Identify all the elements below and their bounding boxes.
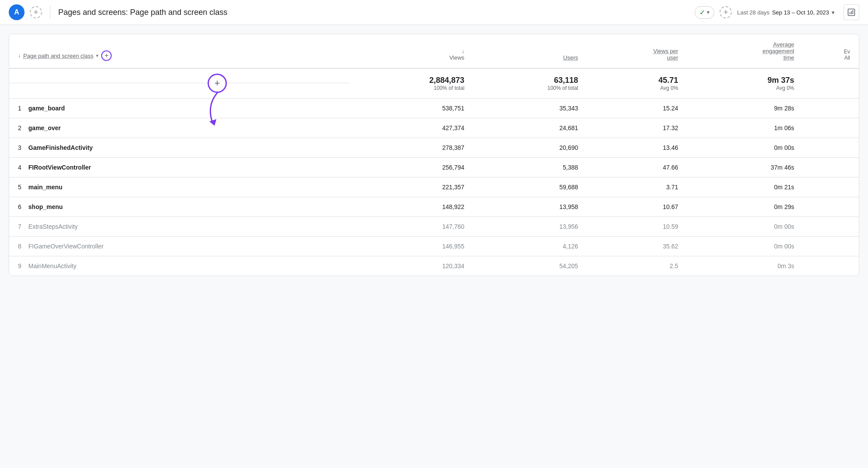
row-name-cell: 4 FIRootViewController bbox=[9, 158, 349, 177]
summary-views-sub: 100% of total bbox=[358, 85, 464, 91]
views-sort-icon: ↓ bbox=[462, 48, 464, 54]
summary-avg-sub: Avg 0% bbox=[696, 85, 794, 91]
row-views: 278,387 bbox=[349, 138, 473, 158]
row-rank: 3 bbox=[18, 144, 21, 151]
row-name-cell: 9 MainMenuActivity bbox=[9, 256, 349, 276]
report-icon-button[interactable] bbox=[843, 4, 859, 20]
row-label: shop_menu bbox=[28, 203, 63, 210]
row-users: 54,205 bbox=[473, 256, 587, 276]
table-row: 7 ExtraStepsActivity 147,760 13,956 10.5… bbox=[9, 217, 859, 237]
row-users: 13,958 bbox=[473, 197, 587, 217]
page-title: Pages and screens: Page path and screen … bbox=[58, 8, 689, 17]
table-row: 5 main_menu 221,357 59,688 3.71 0m 21s bbox=[9, 177, 859, 197]
row-vpu: 10.59 bbox=[587, 217, 687, 237]
summary-views-value: 2,884,873 bbox=[358, 76, 464, 85]
row-ev bbox=[803, 217, 859, 237]
row-rank: 9 bbox=[18, 262, 21, 269]
summary-users-value: 63,118 bbox=[482, 76, 578, 85]
main-content: + ↓ Page path and screen class ▾ + bbox=[9, 34, 859, 276]
status-badge[interactable]: ✓ ▾ bbox=[695, 6, 714, 19]
col-avg-label: Averageengagementtime bbox=[762, 41, 794, 61]
summary-vpu-sub: Avg 0% bbox=[596, 85, 678, 91]
row-avg: 37m 46s bbox=[687, 158, 803, 177]
chevron-down-icon: ▾ bbox=[707, 9, 709, 15]
summary-name-cell bbox=[9, 69, 349, 83]
row-name-cell: 7 ExtraStepsActivity bbox=[9, 217, 349, 236]
row-ev bbox=[803, 237, 859, 256]
row-rank: 5 bbox=[18, 184, 21, 191]
date-range-selector[interactable]: Last 28 days Sep 13 – Oct 10, 2023 ▾ bbox=[737, 9, 835, 16]
row-rank: 1 bbox=[18, 105, 21, 112]
row-vpu: 10.67 bbox=[587, 197, 687, 217]
table-header-row: ↓ Page path and screen class ▾ + ↓ Views… bbox=[9, 34, 859, 68]
row-ev bbox=[803, 138, 859, 158]
row-label: MainMenuActivity bbox=[28, 262, 77, 269]
row-vpu: 15.24 bbox=[587, 99, 687, 118]
row-label: game_board bbox=[28, 105, 65, 112]
col-views-label: Views bbox=[449, 54, 464, 61]
row-label: FIGameOverViewController bbox=[28, 243, 104, 250]
summary-ev-cell bbox=[803, 68, 859, 99]
row-rank: 6 bbox=[18, 203, 21, 210]
row-label: GameFinishedActivity bbox=[28, 144, 93, 151]
row-ev bbox=[803, 158, 859, 177]
row-avg: 0m 00s bbox=[687, 138, 803, 158]
summary-users-sub: 100% of total bbox=[482, 85, 578, 91]
avatar[interactable]: A bbox=[9, 4, 25, 20]
summary-vpu-value: 45.71 bbox=[596, 76, 678, 85]
row-ev bbox=[803, 256, 859, 276]
row-views: 148,922 bbox=[349, 197, 473, 217]
row-vpu: 35.62 bbox=[587, 237, 687, 256]
row-views: 221,357 bbox=[349, 177, 473, 197]
row-vpu: 2.5 bbox=[587, 256, 687, 276]
row-users: 35,343 bbox=[473, 99, 587, 118]
col-header-users: Users bbox=[473, 34, 587, 68]
col-name-label[interactable]: Page path and screen class bbox=[23, 53, 93, 59]
col-name-chevron[interactable]: ▾ bbox=[96, 53, 99, 59]
summary-avg-value: 9m 37s bbox=[696, 76, 794, 85]
summary-users-cell: 63,118 100% of total bbox=[473, 68, 587, 99]
date-range-value: Sep 13 – Oct 10, 2023 bbox=[772, 9, 829, 16]
table-row: 2 game_over 427,374 24,681 17.32 1m 06s bbox=[9, 118, 859, 138]
col-header-ev: EvAll bbox=[803, 34, 859, 68]
row-avg: 0m 21s bbox=[687, 177, 803, 197]
row-label: ExtraStepsActivity bbox=[28, 223, 78, 230]
row-users: 24,681 bbox=[473, 118, 587, 138]
summary-row: 2,884,873 100% of total 63,118 100% of t… bbox=[9, 68, 859, 99]
table-row: 1 game_board 538,751 35,343 15.24 9m 28s bbox=[9, 99, 859, 118]
summary-views-cell: 2,884,873 100% of total bbox=[349, 68, 473, 99]
date-range-chevron-icon: ▾ bbox=[832, 9, 835, 16]
add-report-button[interactable]: + bbox=[30, 6, 42, 18]
row-vpu: 3.71 bbox=[587, 177, 687, 197]
col-header-name: ↓ Page path and screen class ▾ + bbox=[9, 34, 349, 68]
row-name-cell: 2 game_over bbox=[9, 118, 349, 138]
row-vpu: 13.46 bbox=[587, 138, 687, 158]
row-avg: 0m 3s bbox=[687, 256, 803, 276]
row-rank: 8 bbox=[18, 243, 21, 250]
row-users: 5,388 bbox=[473, 158, 587, 177]
col-header-avg-engagement: Averageengagementtime bbox=[687, 34, 803, 68]
row-name-cell: 5 main_menu bbox=[9, 177, 349, 197]
row-views: 147,760 bbox=[349, 217, 473, 237]
row-users: 13,956 bbox=[473, 217, 587, 237]
row-rank: 2 bbox=[18, 124, 21, 131]
row-name-cell: 3 GameFinishedActivity bbox=[9, 138, 349, 157]
table-row: 3 GameFinishedActivity 278,387 20,690 13… bbox=[9, 138, 859, 158]
sort-arrow-icon: ↓ bbox=[18, 53, 21, 59]
row-vpu: 47.66 bbox=[587, 158, 687, 177]
row-avg: 0m 00s bbox=[687, 217, 803, 237]
row-ev bbox=[803, 118, 859, 138]
add-column-button[interactable]: + bbox=[101, 50, 112, 61]
check-icon: ✓ bbox=[699, 8, 705, 17]
row-views: 427,374 bbox=[349, 118, 473, 138]
row-views: 120,334 bbox=[349, 256, 473, 276]
app-header: A + Pages and screens: Page path and scr… bbox=[0, 0, 868, 25]
add-comparison-button[interactable]: + bbox=[720, 6, 732, 18]
row-ev bbox=[803, 177, 859, 197]
data-table: ↓ Page path and screen class ▾ + ↓ Views… bbox=[9, 34, 859, 276]
summary-avg-cell: 9m 37s Avg 0% bbox=[687, 68, 803, 99]
row-rank: 4 bbox=[18, 164, 21, 171]
row-name-cell: 1 game_board bbox=[9, 99, 349, 118]
table-row: 4 FIRootViewController 256,794 5,388 47.… bbox=[9, 158, 859, 177]
row-vpu: 17.32 bbox=[587, 118, 687, 138]
